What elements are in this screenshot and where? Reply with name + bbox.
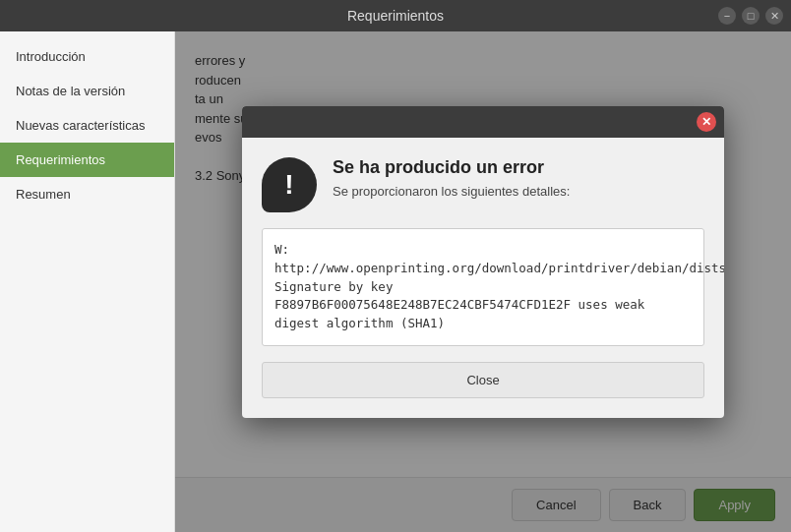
close-button[interactable]: ✕ <box>765 7 783 25</box>
minimize-button[interactable]: − <box>718 7 736 25</box>
title-bar: Requerimientos − □ ✕ <box>0 0 791 31</box>
maximize-button[interactable]: □ <box>742 7 760 25</box>
modal-titlebar: ✕ <box>242 106 724 138</box>
window-title: Requerimientos <box>347 8 444 24</box>
modal-subtitle: Se proporcionaron los siguientes detalle… <box>333 184 570 199</box>
sidebar-item-nuevas[interactable]: Nuevas características <box>0 108 174 143</box>
error-icon: ! <box>262 157 317 212</box>
sidebar-item-requerimientos[interactable]: Requerimientos <box>0 143 174 177</box>
modal-close-button[interactable]: Close <box>262 362 704 398</box>
main-layout: Introducción Notas de la versión Nuevas … <box>0 31 791 532</box>
modal-overlay: ✕ ! Se ha producido un error Se proporci… <box>175 31 791 532</box>
sidebar: Introducción Notas de la versión Nuevas … <box>0 31 175 532</box>
modal-text-section: Se ha producido un error Se proporcionar… <box>333 157 570 199</box>
modal-body: ! Se ha producido un error Se proporcion… <box>242 138 724 418</box>
sidebar-item-introduccion[interactable]: Introducción <box>0 39 174 74</box>
sidebar-item-notas[interactable]: Notas de la versión <box>0 74 174 108</box>
sidebar-item-resumen[interactable]: Resumen <box>0 177 174 211</box>
title-bar-controls: − □ ✕ <box>718 7 783 25</box>
modal-close-x-button[interactable]: ✕ <box>697 112 716 132</box>
error-modal: ✕ ! Se ha producido un error Se proporci… <box>242 106 724 418</box>
error-bubble-icon: ! <box>262 157 317 212</box>
modal-title: Se ha producido un error <box>333 157 570 178</box>
error-details-box: W: http://www.openprinting.org/download/… <box>262 228 704 346</box>
modal-header-section: ! Se ha producido un error Se proporcion… <box>262 157 704 212</box>
content-area: errores yroducenta unmente suevos 3.2 So… <box>175 31 791 532</box>
